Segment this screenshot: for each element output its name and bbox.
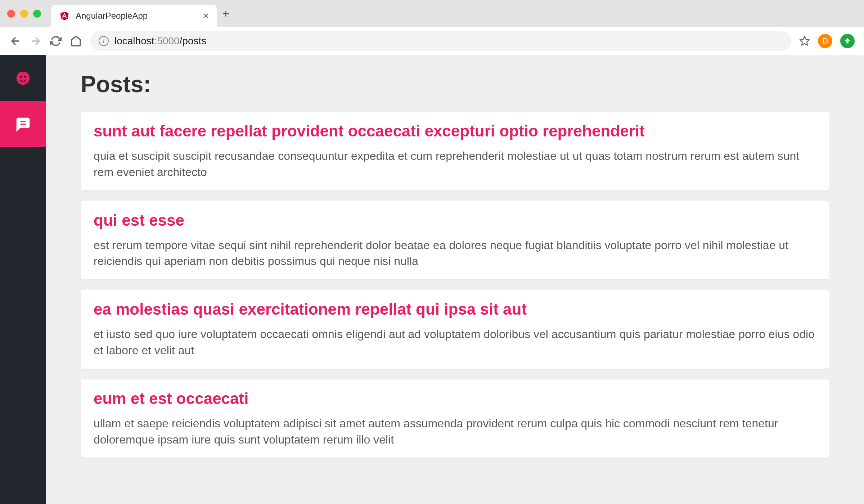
post-title: eum et est occaecati [94,390,816,408]
post-title: qui est esse [94,211,816,229]
window-minimize-button[interactable] [20,10,28,18]
post-body: est rerum tempore vitae sequi sint nihil… [94,237,816,270]
angular-icon [59,10,70,21]
post-title: ea molestias quasi exercitationem repell… [94,300,816,318]
page-title: Posts: [81,71,829,98]
svg-point-5 [24,76,26,78]
extension-icon[interactable] [840,34,855,48]
post-title: sunt aut facere repellat provident occae… [94,122,816,140]
back-button[interactable] [9,35,22,47]
reload-button[interactable] [50,35,62,47]
svg-marker-1 [64,12,68,21]
people-icon [15,70,31,86]
url-text: localhost:5000/posts [114,35,206,47]
browser-chrome: AngularPeopleApp × + i localhost:5000/po… [0,0,864,55]
site-info-icon[interactable]: i [99,36,109,46]
post-card[interactable]: ea molestias quasi exercitationem repell… [81,290,829,369]
app-container: Posts: sunt aut facere repellat providen… [0,55,864,504]
browser-tab[interactable]: AngularPeopleApp × [51,5,217,27]
main-content: Posts: sunt aut facere repellat providen… [46,55,864,504]
post-body: et iusto sed quo iure voluptatem occaeca… [94,326,816,359]
address-bar[interactable]: i localhost:5000/posts [90,31,791,51]
tab-title: AngularPeopleApp [76,11,197,21]
nav-bar: i localhost:5000/posts D [0,27,864,55]
svg-point-3 [17,72,30,85]
post-card[interactable]: qui est esse est rerum tempore vitae seq… [81,201,829,280]
home-button[interactable] [70,35,82,47]
post-card[interactable]: eum et est occaecati ullam et saepe reic… [81,379,829,458]
post-body: ullam et saepe reiciendis voluptatem adi… [94,415,816,448]
post-body: quia et suscipit suscipit recusandae con… [94,148,816,180]
forward-button[interactable] [30,35,42,47]
post-card[interactable]: sunt aut facere repellat provident occae… [81,112,829,190]
sidebar-item-people[interactable] [0,55,46,101]
profile-avatar[interactable]: D [818,34,832,48]
tab-bar: AngularPeopleApp × + [0,0,864,27]
new-tab-button[interactable]: + [222,8,229,19]
sidebar [0,55,46,504]
bookmark-button[interactable] [799,36,810,46]
message-icon [15,116,31,132]
window-controls [7,10,41,18]
window-close-button[interactable] [7,10,15,18]
svg-marker-2 [800,36,809,45]
sidebar-item-posts[interactable] [0,101,46,147]
svg-point-4 [20,76,22,78]
window-maximize-button[interactable] [33,10,41,18]
close-icon[interactable]: × [203,11,209,21]
